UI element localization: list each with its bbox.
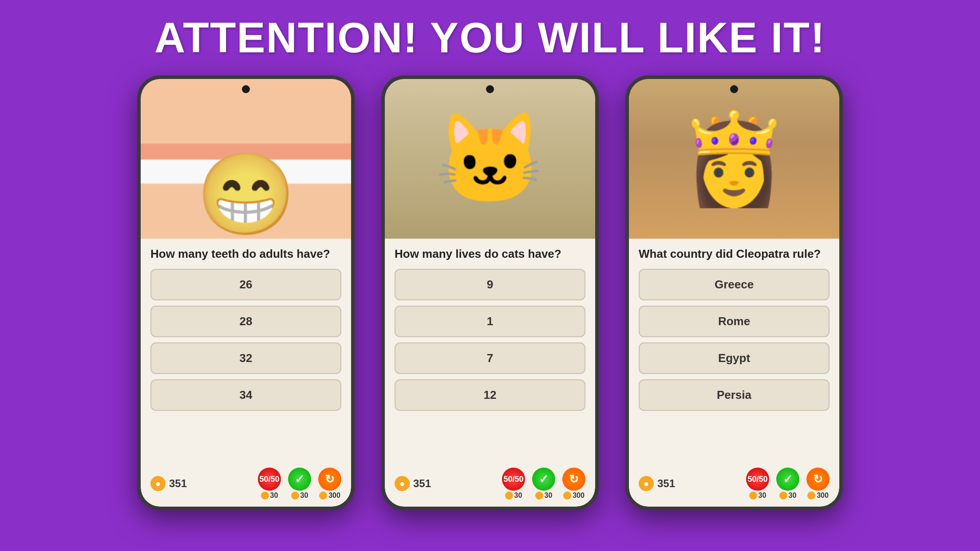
- phone-2-lightning-cost: 300: [563, 492, 585, 500]
- phone-2: How many lives do cats have? 9 1 7 12 ● …: [381, 75, 599, 510]
- headline-text: ATTENTION! YOU WILL LIKE IT!: [154, 13, 826, 62]
- phone-1-screen: How many teeth do adults have? 26 28 32 …: [141, 79, 351, 507]
- phone-2-footer: ● 351 50/50 30 ✓: [385, 464, 595, 507]
- phone-1-coin-icon: ●: [150, 476, 166, 491]
- phone-2-lightning-cost-label: 300: [573, 492, 585, 500]
- phone-3-lightning-cost-coin: [807, 492, 815, 500]
- phone-3-powerup-check[interactable]: ✓ 30: [776, 468, 799, 500]
- phone-2-answer-0[interactable]: 9: [395, 269, 585, 300]
- phone-2-fifty-cost-label: 30: [514, 492, 522, 500]
- phone-2-coin-count: 351: [413, 477, 431, 490]
- phone-1-image: [141, 79, 351, 239]
- phone-1-content: How many teeth do adults have? 26 28 32 …: [141, 239, 351, 464]
- phone-3-fifty-cost-coin: [749, 492, 757, 500]
- phone-2-powerup-lightning[interactable]: ↻ 300: [562, 468, 585, 500]
- phone-1-footer: ● 351 50/50 30 ✓: [141, 464, 351, 507]
- phone-2-check-cost-label: 30: [545, 492, 553, 500]
- phone-3-answer-3[interactable]: Persia: [639, 379, 830, 411]
- phone-1-powerup-check[interactable]: ✓ 30: [288, 468, 311, 500]
- phones-container: How many teeth do adults have? 26 28 32 …: [0, 75, 980, 510]
- phone-1-fifty-cost: 30: [261, 492, 278, 500]
- phone-1: How many teeth do adults have? 26 28 32 …: [137, 75, 355, 510]
- phone-2-powerup-fifty[interactable]: 50/50 30: [502, 468, 525, 500]
- phone-3-fifty-icon: 50/50: [746, 468, 769, 491]
- phone-3-answer-2[interactable]: Egypt: [639, 342, 830, 374]
- phone-3-answer-1[interactable]: Rome: [639, 306, 830, 337]
- phone-1-powerup-fifty[interactable]: 50/50 30: [258, 468, 281, 500]
- phone-2-fifty-cost-coin: [505, 492, 513, 500]
- phone-1-answer-2[interactable]: 32: [150, 342, 341, 374]
- phone-1-lightning-cost: 300: [319, 492, 340, 500]
- phone-2-check-cost-coin: [535, 492, 543, 500]
- phone-1-check-icon: ✓: [288, 468, 311, 491]
- phone-3-question: What country did Cleopatra rule?: [639, 247, 830, 262]
- phone-3-notch: [730, 85, 738, 93]
- phone-1-check-cost-coin: [291, 492, 299, 500]
- phone-1-fifty-cost-coin: [261, 492, 269, 500]
- phone-3-coins: ● 351: [639, 476, 675, 491]
- phone-2-answer-3[interactable]: 12: [395, 379, 585, 411]
- phone-2-powerups: 50/50 30 ✓ 30: [502, 468, 585, 500]
- phone-3-footer: ● 351 50/50 30 ✓: [629, 464, 839, 507]
- phone-1-answer-1[interactable]: 28: [150, 306, 341, 337]
- phone-2-lightning-cost-coin: [563, 492, 571, 500]
- phone-3-content: What country did Cleopatra rule? Greece …: [629, 239, 839, 464]
- phone-3-wrapper: What country did Cleopatra rule? Greece …: [625, 75, 843, 510]
- phone-1-wrapper: How many teeth do adults have? 26 28 32 …: [137, 75, 355, 510]
- phone-2-lightning-icon: ↻: [562, 468, 585, 491]
- phone-2-answer-1[interactable]: 1: [395, 306, 585, 337]
- phone-2-coin-icon: ●: [395, 476, 410, 491]
- phone-3-fifty-cost-label: 30: [759, 492, 767, 500]
- phone-3-check-cost: 30: [779, 492, 797, 500]
- phone-2-powerup-check[interactable]: ✓ 30: [532, 468, 555, 500]
- phone-3-fifty-cost: 30: [749, 492, 767, 500]
- phone-2-question: How many lives do cats have?: [395, 247, 585, 262]
- phone-2-fifty-cost: 30: [505, 492, 522, 500]
- phone-3-image: [629, 79, 839, 239]
- phone-2-fifty-icon: 50/50: [502, 468, 525, 491]
- phone-3-lightning-cost: 300: [807, 492, 829, 500]
- phone-2-answer-2[interactable]: 7: [395, 342, 585, 374]
- phone-3: What country did Cleopatra rule? Greece …: [625, 75, 843, 510]
- phone-3-screen: What country did Cleopatra rule? Greece …: [629, 79, 839, 507]
- phone-1-powerups: 50/50 30 ✓ 30: [258, 468, 341, 500]
- phone-2-wrapper: How many lives do cats have? 9 1 7 12 ● …: [381, 75, 599, 510]
- phone-1-coins: ● 351: [150, 476, 187, 491]
- phone-1-answer-3[interactable]: 34: [150, 379, 341, 411]
- phone-1-check-cost-label: 30: [300, 492, 308, 500]
- phone-1-fifty-icon: 50/50: [258, 468, 281, 491]
- phone-3-check-cost-coin: [779, 492, 787, 500]
- phone-2-image: [385, 79, 595, 239]
- phone-3-check-icon: ✓: [776, 468, 799, 491]
- phone-2-check-cost: 30: [535, 492, 553, 500]
- phone-1-fifty-cost-label: 30: [270, 492, 278, 500]
- phone-1-question: How many teeth do adults have?: [150, 247, 341, 262]
- phone-3-powerups: 50/50 30 ✓ 30: [746, 468, 830, 500]
- phone-1-check-cost: 30: [291, 492, 308, 500]
- phone-3-answer-0[interactable]: Greece: [639, 269, 830, 300]
- phone-3-coin-count: 351: [657, 477, 675, 490]
- phone-1-lightning-cost-label: 300: [328, 492, 340, 500]
- phone-2-content: How many lives do cats have? 9 1 7 12: [385, 239, 595, 464]
- phone-1-coin-count: 351: [169, 477, 187, 490]
- phone-3-lightning-cost-label: 300: [817, 492, 829, 500]
- phone-1-lightning-icon: ↻: [318, 468, 341, 491]
- phone-3-powerup-lightning[interactable]: ↻ 300: [806, 468, 830, 500]
- phone-3-lightning-icon: ↻: [806, 468, 830, 491]
- phone-2-notch: [486, 85, 494, 93]
- phone-1-notch: [242, 85, 250, 93]
- phone-3-powerup-fifty[interactable]: 50/50 30: [746, 468, 769, 500]
- phone-1-powerup-lightning[interactable]: ↻ 300: [318, 468, 341, 500]
- phone-3-check-cost-label: 30: [789, 492, 797, 500]
- phone-1-answer-0[interactable]: 26: [150, 269, 341, 300]
- phone-1-lightning-cost-coin: [319, 492, 327, 500]
- phone-2-screen: How many lives do cats have? 9 1 7 12 ● …: [385, 79, 595, 507]
- phone-2-coins: ● 351: [395, 476, 431, 491]
- phone-2-check-icon: ✓: [532, 468, 555, 491]
- phone-3-coin-icon: ●: [639, 476, 654, 491]
